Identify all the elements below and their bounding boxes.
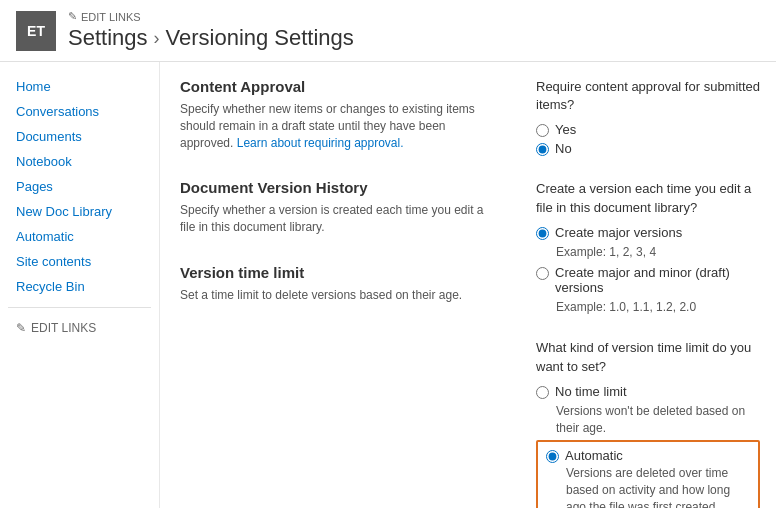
automatic-option-box: Automatic Versions are deleted over time… [536, 440, 760, 508]
radio-major-versions: Create major versions [536, 225, 760, 240]
control-group-version-history: Create a version each time you edit a fi… [536, 180, 760, 315]
control-group-content-approval: Require content approval for submitted i… [536, 78, 760, 156]
radio-no: No [536, 141, 760, 156]
sidebar-item-conversations[interactable]: Conversations [8, 99, 151, 124]
breadcrumb-arrow: › [154, 28, 160, 49]
pencil-icon-sidebar: ✎ [16, 321, 26, 335]
major-versions-sub: Example: 1, 2, 3, 4 [556, 244, 760, 261]
pencil-icon: ✎ [68, 10, 77, 23]
header: ET ✎ EDIT LINKS Settings › Versioning Se… [0, 0, 776, 62]
version-time-limit-desc: Set a time limit to delete versions base… [180, 287, 500, 304]
sidebar-item-site-contents[interactable]: Site contents [8, 249, 151, 274]
sidebar-item-automatic[interactable]: Automatic [8, 224, 151, 249]
sidebar-divider [8, 307, 151, 308]
no-time-limit-sub: Versions won't be deleted based on their… [556, 403, 760, 437]
version-history-control-label: Create a version each time you edit a fi… [536, 180, 760, 216]
radio-yes-input[interactable] [536, 124, 549, 137]
section-version-time-limit: Version time limit Set a time limit to d… [180, 264, 500, 304]
section-doc-version: Document Version History Specify whether… [180, 179, 500, 236]
right-panel: Require content approval for submitted i… [520, 62, 776, 508]
radio-no-label[interactable]: No [555, 141, 572, 156]
content-approval-control-label: Require content approval for submitted i… [536, 78, 760, 114]
sidebar-item-pages[interactable]: Pages [8, 174, 151, 199]
section-content-approval: Content Approval Specify whether new ite… [180, 78, 500, 151]
radio-no-input[interactable] [536, 143, 549, 156]
sidebar-item-notebook[interactable]: Notebook [8, 149, 151, 174]
radio-major-minor-input[interactable] [536, 267, 549, 280]
major-minor-versions-sub: Example: 1.0, 1.1, 1.2, 2.0 [556, 299, 760, 316]
header-title-area: ✎ EDIT LINKS Settings › Versioning Setti… [68, 10, 354, 51]
radio-automatic: Automatic [546, 448, 750, 463]
version-time-limit-title: Version time limit [180, 264, 500, 281]
radio-no-limit-input[interactable] [536, 386, 549, 399]
radio-yes-label[interactable]: Yes [555, 122, 576, 137]
sidebar: Home Conversations Documents Notebook Pa… [0, 62, 160, 508]
avatar: ET [16, 11, 56, 51]
breadcrumb-versioning: Versioning Settings [166, 25, 354, 51]
sidebar-item-recycle-bin[interactable]: Recycle Bin [8, 274, 151, 299]
sidebar-item-documents[interactable]: Documents [8, 124, 151, 149]
radio-no-limit-label[interactable]: No time limit [555, 384, 627, 399]
automatic-sub: Versions are deleted over time based on … [566, 465, 750, 508]
sidebar-edit-links[interactable]: ✎ EDIT LINKS [8, 316, 151, 340]
left-panel: Content Approval Specify whether new ite… [160, 62, 520, 508]
main-content: Content Approval Specify whether new ite… [160, 62, 776, 508]
time-limit-control-label: What kind of version time limit do you w… [536, 339, 760, 375]
radio-yes: Yes [536, 122, 760, 137]
radio-major-label[interactable]: Create major versions [555, 225, 682, 240]
content-approval-title: Content Approval [180, 78, 500, 95]
doc-version-title: Document Version History [180, 179, 500, 196]
doc-version-desc: Specify whether a version is created eac… [180, 202, 500, 236]
sidebar-item-home[interactable]: Home [8, 74, 151, 99]
radio-major-minor-label[interactable]: Create major and minor (draft) versions [555, 265, 760, 295]
sidebar-item-new-doc-library[interactable]: New Doc Library [8, 199, 151, 224]
page-title: Settings › Versioning Settings [68, 25, 354, 51]
radio-major-minor-versions: Create major and minor (draft) versions [536, 265, 760, 295]
control-group-time-limit: What kind of version time limit do you w… [536, 339, 760, 508]
radio-major-input[interactable] [536, 227, 549, 240]
layout: Home Conversations Documents Notebook Pa… [0, 62, 776, 508]
content-approval-learn-link[interactable]: Learn about requiring approval. [237, 136, 404, 150]
breadcrumb-settings: Settings [68, 25, 148, 51]
radio-no-time-limit: No time limit [536, 384, 760, 399]
radio-automatic-input[interactable] [546, 450, 559, 463]
radio-automatic-label[interactable]: Automatic [565, 448, 623, 463]
content-approval-desc: Specify whether new items or changes to … [180, 101, 500, 151]
header-edit-links[interactable]: ✎ EDIT LINKS [68, 10, 354, 23]
sidebar-edit-links-label: EDIT LINKS [31, 321, 96, 335]
